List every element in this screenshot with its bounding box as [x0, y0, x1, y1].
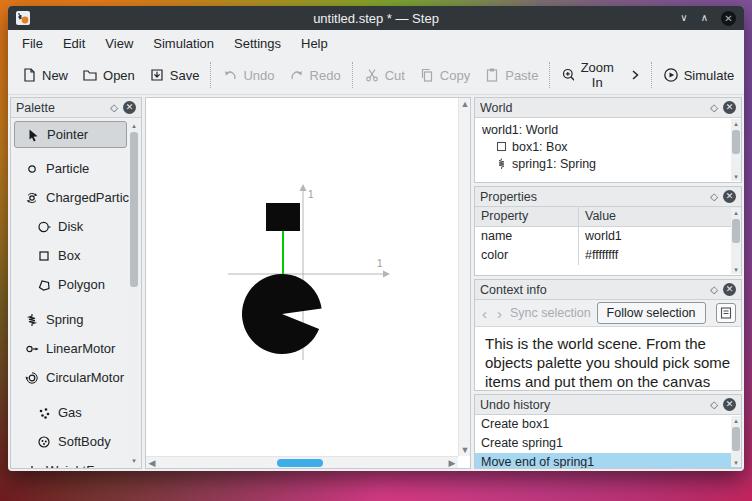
tree-item-world1[interactable]: world1: World: [475, 121, 741, 138]
canvas-vertical-scrollbar[interactable]: ▲ ▼: [458, 98, 470, 456]
scroll-up-icon[interactable]: ▴: [129, 121, 139, 130]
property-row-color[interactable]: color #ffffffff: [475, 246, 741, 265]
palette-item-pointer[interactable]: Pointer: [14, 121, 127, 148]
scroll-down-icon[interactable]: ▾: [129, 456, 139, 465]
scroll-up-icon[interactable]: ▴: [731, 208, 741, 217]
context-panel-header: Context info ◇ ✕: [475, 280, 741, 300]
scrollbar-thumb[interactable]: [732, 427, 740, 451]
value-cell: #ffffffff: [579, 246, 741, 265]
properties-panel: Properties ◇ ✕ Property Value name world…: [474, 186, 742, 276]
titlebar[interactable]: untitled.step * — Step ∨ ∧ ✕: [8, 6, 744, 30]
scroll-up-icon[interactable]: ▴: [731, 416, 741, 425]
sync-selection-button[interactable]: Sync selection: [510, 306, 591, 320]
toolbar-overflow-button[interactable]: [623, 63, 647, 87]
palette-item-polygon[interactable]: Polygon: [14, 270, 127, 299]
tree-item-label: world1: World: [482, 123, 558, 137]
undo-item-create-box1[interactable]: Create box1: [475, 415, 741, 434]
menu-help[interactable]: Help: [291, 32, 338, 55]
simulate-button[interactable]: Simulate ∨: [656, 63, 744, 87]
menu-view[interactable]: View: [95, 32, 143, 55]
column-value[interactable]: Value: [579, 207, 741, 226]
world-scrollbar[interactable]: ▴ ▾: [731, 119, 741, 181]
undo-icon: [222, 67, 238, 83]
float-panel-icon[interactable]: ◇: [710, 191, 718, 202]
property-row-name[interactable]: name world1: [475, 227, 741, 246]
palette-item-chargedparticle[interactable]: ChargedParticle: [14, 183, 127, 212]
main-area: Palette ◇ ✕ Pointer Particle Cha: [8, 95, 744, 471]
undo-button[interactable]: Undo: [215, 63, 281, 87]
tree-item-spring1[interactable]: spring1: Spring: [475, 155, 741, 172]
canvas-horizontal-scrollbar[interactable]: ◀ ▶: [146, 456, 458, 468]
cut-button[interactable]: Cut: [357, 63, 412, 87]
world-canvas[interactable]: 1 1 ▲ ▼ ◀ ▶: [145, 97, 471, 469]
scrollbar-thumb[interactable]: [732, 219, 740, 243]
scroll-up-icon[interactable]: ▲: [459, 98, 471, 110]
scrollbar-thumb[interactable]: [130, 132, 138, 287]
menu-settings[interactable]: Settings: [224, 32, 291, 55]
scroll-down-icon[interactable]: ▾: [731, 458, 741, 467]
menu-simulation[interactable]: Simulation: [143, 32, 224, 55]
scroll-down-icon[interactable]: ▼: [459, 444, 471, 456]
close-panel-icon[interactable]: ✕: [723, 190, 736, 203]
properties-scrollbar[interactable]: ▴ ▾: [731, 208, 741, 274]
open-in-browser-button[interactable]: [716, 303, 736, 323]
open-button[interactable]: Open: [75, 63, 142, 87]
tree-item-box1[interactable]: box1: Box: [475, 138, 741, 155]
simulate-play-icon: [663, 67, 679, 83]
palette-item-spring[interactable]: Spring: [14, 305, 127, 334]
menu-file[interactable]: File: [12, 32, 53, 55]
palette-scrollbar[interactable]: ▴ ▾: [129, 121, 139, 465]
palette-list: Pointer Particle ChargedParticle Disk: [11, 118, 141, 468]
palette-item-weightforce[interactable]: WeightForce: [14, 456, 127, 468]
close-panel-icon[interactable]: ✕: [723, 283, 736, 296]
scrollbar-thumb[interactable]: [277, 459, 323, 467]
undo-scrollbar[interactable]: ▴ ▾: [731, 416, 741, 467]
palette-item-circularmotor[interactable]: CircularMotor: [14, 363, 127, 392]
palette-item-particle[interactable]: Particle: [14, 154, 127, 183]
close-icon[interactable]: ✕: [721, 11, 736, 26]
paste-icon: [484, 67, 500, 83]
zoom-in-button[interactable]: Zoom In: [554, 56, 622, 94]
properties-panel-title: Properties: [480, 190, 705, 204]
minimize-icon[interactable]: ∨: [680, 13, 687, 23]
close-panel-icon[interactable]: ✕: [123, 101, 136, 114]
new-button[interactable]: New: [14, 63, 75, 87]
float-panel-icon[interactable]: ◇: [110, 102, 118, 113]
float-panel-icon[interactable]: ◇: [710, 102, 718, 113]
scroll-down-icon[interactable]: ▾: [731, 172, 741, 181]
scroll-up-icon[interactable]: ▴: [731, 119, 741, 128]
redo-button[interactable]: Redo: [282, 63, 348, 87]
save-button[interactable]: Save: [142, 63, 207, 87]
palette-panel: Palette ◇ ✕ Pointer Particle Cha: [10, 97, 142, 469]
close-panel-icon[interactable]: ✕: [723, 398, 736, 411]
palette-item-box[interactable]: Box: [14, 241, 127, 270]
paste-button[interactable]: Paste: [477, 63, 545, 87]
back-icon[interactable]: ‹: [480, 306, 489, 321]
scrollbar-thumb[interactable]: [732, 130, 740, 154]
undo-panel-title: Undo history: [480, 398, 705, 412]
scroll-left-icon[interactable]: ◀: [146, 457, 158, 469]
palette-item-linearmotor[interactable]: LinearMotor: [14, 334, 127, 363]
box-icon: [35, 249, 53, 263]
follow-selection-button[interactable]: Follow selection: [597, 302, 706, 324]
context-panel-title: Context info: [480, 283, 705, 297]
undo-item-move-end-of-spring1[interactable]: Move end of spring1: [475, 453, 741, 469]
close-panel-icon[interactable]: ✕: [723, 101, 736, 114]
palette-item-disk[interactable]: Disk: [14, 212, 127, 241]
copy-button[interactable]: Copy: [412, 63, 477, 87]
context-toolbar: ‹ › Sync selection Follow selection: [475, 300, 741, 327]
forward-icon[interactable]: ›: [495, 306, 504, 321]
float-panel-icon[interactable]: ◇: [710, 399, 718, 410]
redo-label: Redo: [310, 68, 341, 83]
menu-edit[interactable]: Edit: [53, 32, 95, 55]
properties-table-header: Property Value: [475, 207, 741, 227]
column-property[interactable]: Property: [475, 207, 579, 226]
maximize-icon[interactable]: ∧: [701, 13, 708, 23]
scroll-right-icon[interactable]: ▶: [446, 457, 458, 469]
palette-item-softbody[interactable]: SoftBody: [14, 427, 127, 456]
world-panel: World ◇ ✕ world1: World box1: Box: [474, 97, 742, 183]
undo-item-create-spring1[interactable]: Create spring1: [475, 434, 741, 453]
float-panel-icon[interactable]: ◇: [710, 284, 718, 295]
scroll-down-icon[interactable]: ▾: [731, 265, 741, 274]
palette-item-gas[interactable]: Gas: [14, 398, 127, 427]
